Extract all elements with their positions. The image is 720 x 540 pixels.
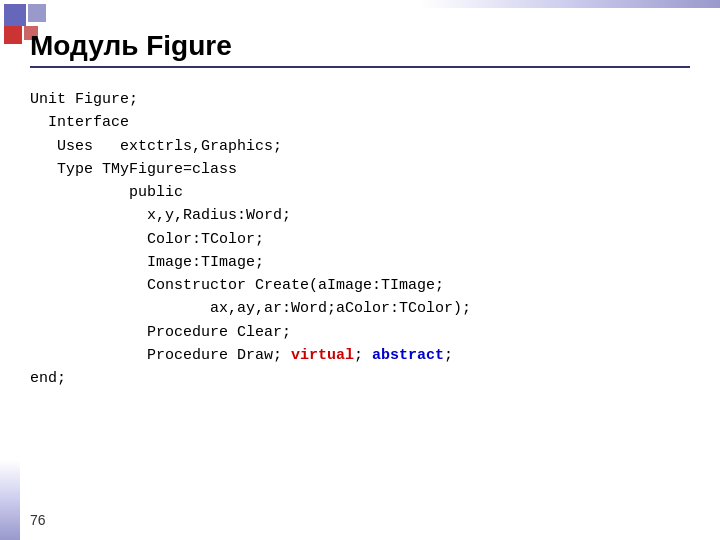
code-line-10: ax,ay,ar:Word;aColor:TColor);	[30, 297, 690, 320]
code-line-9: Constructor Create(aImage:TImage;	[30, 274, 690, 297]
code-line-8: Image:TImage;	[30, 251, 690, 274]
code-line-3: Uses extctrls,Graphics;	[30, 135, 690, 158]
keyword-virtual: virtual	[291, 347, 354, 364]
code-line-7: Color:TColor;	[30, 228, 690, 251]
code-line-2: Interface	[30, 111, 690, 134]
code-block: Unit Figure; Interface Uses extctrls,Gra…	[30, 88, 690, 390]
code-line-1: Unit Figure;	[30, 88, 690, 111]
slide-number: 76	[30, 512, 46, 528]
code-line-12: Procedure Draw; virtual; abstract;	[30, 344, 690, 367]
bottom-left-deco	[0, 460, 20, 540]
code-line-5: public	[30, 181, 690, 204]
code-line-11: Procedure Clear;	[30, 321, 690, 344]
code-line-4: Type TMyFigure=class	[30, 158, 690, 181]
top-right-bar	[420, 0, 720, 8]
code-line-6: x,y,Radius:Word;	[30, 204, 690, 227]
keyword-abstract: abstract	[372, 347, 444, 364]
code-line-13: end;	[30, 367, 690, 390]
main-content: Модуль Figure Unit Figure; Interface Use…	[30, 30, 690, 510]
slide-title: Модуль Figure	[30, 30, 690, 68]
